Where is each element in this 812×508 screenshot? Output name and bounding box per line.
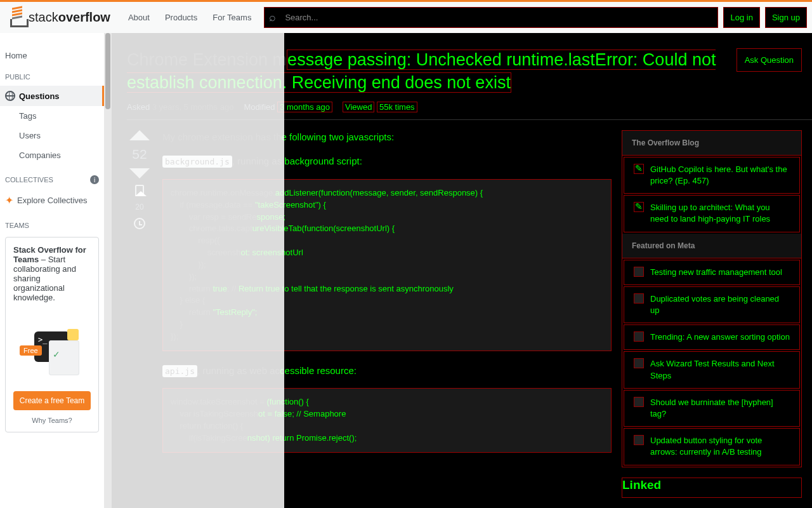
linked-header: Linked xyxy=(622,478,802,498)
signup-button[interactable]: Sign up xyxy=(765,7,807,28)
meta-icon xyxy=(634,397,644,407)
search-wrap: ⌕ xyxy=(264,7,718,28)
sidebar-item-companies[interactable]: Companies xyxy=(0,145,104,165)
sidebar-teams-label: TEAMS xyxy=(0,222,104,229)
question-body: My chrome extension has the following tw… xyxy=(162,130,612,508)
modified-link[interactable]: 3 months ago xyxy=(277,102,332,112)
bookmark-count: 20 xyxy=(135,203,143,211)
code-block-background: chrome.runtime.onMessage.addListener(fun… xyxy=(162,179,612,351)
logo-text: stackoverflow xyxy=(29,10,110,25)
meta-item[interactable]: Testing new traffic management tool xyxy=(624,260,800,285)
vote-score: 52 xyxy=(132,147,147,162)
blog-item[interactable]: ✎GitHub Copilot is here. But what's the … xyxy=(624,157,800,194)
overflow-blog-widget: The Overflow Blog ✎GitHub Copilot is her… xyxy=(622,130,802,467)
question-header: Chrome Extension message passing: Unchec… xyxy=(127,48,812,95)
sidebar-scrollbar[interactable] xyxy=(104,33,112,508)
sidebar-home[interactable]: Home xyxy=(0,48,104,63)
meta-icon xyxy=(634,293,644,304)
blog-item[interactable]: ✎Skilling up to architect: What you need… xyxy=(624,195,800,232)
meta-item[interactable]: Should we burninate the [hyphen] tag? xyxy=(624,390,800,427)
why-teams-link[interactable]: Why Teams? xyxy=(13,417,91,424)
history-button[interactable] xyxy=(134,218,145,229)
speech-bubble-icon xyxy=(67,329,79,340)
auth-buttons: Log in Sign up xyxy=(723,7,807,28)
downvote-button[interactable] xyxy=(129,168,150,178)
code-filename-bg: background.js xyxy=(162,156,232,168)
pencil-icon: ✎ xyxy=(634,202,644,212)
left-sidebar: Home PUBLIC Questions Tags Users Compani… xyxy=(0,33,104,508)
bookmark-button[interactable] xyxy=(135,185,144,196)
sidebar-item-users[interactable]: Users xyxy=(0,126,104,145)
question-column: 52 20 My chrome extension has the follow… xyxy=(127,130,612,508)
nav-about[interactable]: About xyxy=(121,9,157,26)
pencil-icon: ✎ xyxy=(634,164,644,174)
info-icon[interactable]: i xyxy=(90,175,99,184)
star-icon: ✦ xyxy=(5,194,13,206)
right-sidebar: The Overflow Blog ✎GitHub Copilot is her… xyxy=(622,130,812,508)
card-stack-icon xyxy=(49,340,79,375)
sidebar-item-questions[interactable]: Questions xyxy=(0,86,104,106)
code-block-api: window.takeScreenshot = (function() { va… xyxy=(162,388,612,452)
free-badge: Free xyxy=(20,345,42,356)
code-filename-api: api.js xyxy=(162,365,197,377)
sidebar-item-tags[interactable]: Tags xyxy=(0,106,104,126)
question-title: Chrome Extension message passing: Unchec… xyxy=(127,48,726,95)
meta-icon xyxy=(634,331,644,342)
meta-icon xyxy=(634,435,644,445)
meta-item[interactable]: Duplicated votes are being cleaned up xyxy=(624,286,800,323)
nav-products[interactable]: Products xyxy=(157,9,205,26)
search-input[interactable] xyxy=(264,7,718,28)
sidebar-collectives-label: COLLECTIVES i xyxy=(0,175,104,184)
teams-illustration: >_ Free xyxy=(13,309,91,385)
sidebar-item-explore-collectives[interactable]: ✦ Explore Collectives xyxy=(0,189,104,211)
scrollbar-thumb[interactable] xyxy=(105,33,110,109)
top-nav: About Products For Teams xyxy=(121,9,259,26)
nav-for-teams[interactable]: For Teams xyxy=(205,9,259,26)
sidebar-public-label: PUBLIC xyxy=(0,73,104,81)
main-content: Chrome Extension message passing: Unchec… xyxy=(112,33,812,508)
meta-icon xyxy=(634,358,644,368)
meta-icon xyxy=(634,267,644,277)
meta-item[interactable]: Trending: A new answer sorting option xyxy=(624,324,800,350)
logo-icon xyxy=(10,8,26,27)
teams-promo: Stack Overflow for Teams – Start collabo… xyxy=(5,237,99,432)
ask-question-button[interactable]: Ask Question xyxy=(737,48,802,72)
sidebar-questions-label: Questions xyxy=(19,91,60,101)
login-button[interactable]: Log in xyxy=(723,7,759,28)
featured-meta-header: Featured on Meta xyxy=(622,234,801,258)
question-meta: Asked 3 years, 5 months ago Modified 3 m… xyxy=(127,102,812,120)
meta-item[interactable]: Updated button styling for vote arrows: … xyxy=(624,428,800,465)
meta-item[interactable]: Ask Wizard Test Results and Next Steps xyxy=(624,351,800,388)
overflow-blog-header: The Overflow Blog xyxy=(622,131,801,156)
search-icon: ⌕ xyxy=(269,11,276,24)
vote-controls: 52 20 xyxy=(127,130,152,508)
topbar: stackoverflow About Products For Teams ⌕… xyxy=(0,0,812,33)
upvote-button[interactable] xyxy=(129,130,150,140)
logo[interactable]: stackoverflow xyxy=(5,8,115,27)
create-team-button[interactable]: Create a free Team xyxy=(13,391,91,410)
globe-icon xyxy=(5,91,15,101)
